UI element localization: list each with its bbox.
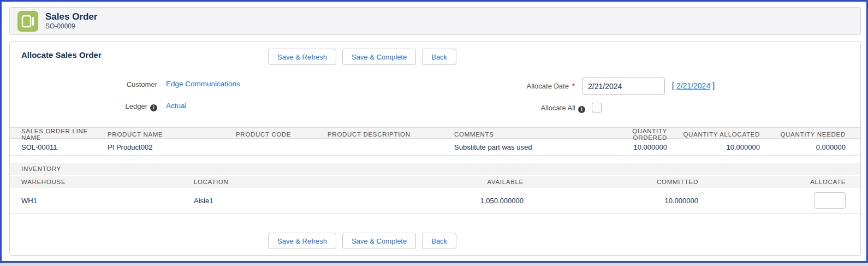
col-quantity-allocated: QUANTITY ALLOCATED xyxy=(667,131,760,138)
ledger-link[interactable]: Actual xyxy=(166,102,187,110)
save-complete-button[interactable]: Save & Complete xyxy=(342,49,416,65)
cell-available: 1,050.000000 xyxy=(343,197,524,205)
col-comments: COMMENTS xyxy=(454,131,601,138)
table-row: SOL-00011 PI Product002 Substitute part … xyxy=(10,139,860,156)
allocate-quantity-input[interactable] xyxy=(814,192,846,209)
object-header: Sales Order SO-00009 xyxy=(9,7,861,35)
allocate-all-label: Allocate All xyxy=(387,104,585,113)
back-button[interactable]: Back xyxy=(422,49,456,65)
col-quantity-needed: QUANTITY NEEDED xyxy=(760,131,846,138)
ledger-label: Ledger xyxy=(10,102,157,111)
back-button[interactable]: Back xyxy=(422,233,456,249)
col-committed: COMMITTED xyxy=(524,179,698,185)
bottom-strip xyxy=(0,263,868,266)
cell-location: Aisle1 xyxy=(194,197,343,205)
cell-quantity-needed: 0.000000 xyxy=(760,143,846,151)
ledger-label-text: Ledger xyxy=(126,102,147,110)
page-title: Sales Order xyxy=(45,11,97,22)
lines-table-header: SALES ORDER LINE NAME PRODUCT NAME PRODU… xyxy=(10,127,860,139)
required-asterisk: * xyxy=(572,82,575,90)
allocate-date-label-text: Allocate Date xyxy=(527,82,569,90)
info-icon[interactable] xyxy=(150,104,157,111)
tablet-glyph xyxy=(17,11,38,32)
date-hint-open-bracket: [ xyxy=(672,81,674,90)
cell-comments: Substitute part was used xyxy=(454,143,601,151)
allocate-all-checkbox[interactable] xyxy=(592,103,602,113)
cell-committed: 10.000000 xyxy=(524,197,698,205)
col-product-code: PRODUCT CODE xyxy=(236,131,328,138)
col-product-name: PRODUCT NAME xyxy=(108,131,236,138)
save-refresh-button[interactable]: Save & Refresh xyxy=(268,233,336,249)
allocate-date-label: Allocate Date* xyxy=(387,82,575,90)
info-icon[interactable] xyxy=(578,106,585,113)
allocate-date-input[interactable] xyxy=(582,78,665,94)
cell-warehouse: WH1 xyxy=(21,197,194,205)
header-text: Sales Order SO-00009 xyxy=(45,11,97,31)
col-location: LOCATION xyxy=(194,179,343,185)
inventory-row: WH1 Aisle1 1,050.000000 10.000000 xyxy=(10,188,860,214)
customer-label: Customer xyxy=(10,80,157,88)
allocate-all-label-text: Allocate All xyxy=(540,104,575,112)
cell-quantity-allocated: 10.000000 xyxy=(667,143,760,151)
cell-product-name: PI Product002 xyxy=(108,143,236,151)
section-title: Allocate Sales Order xyxy=(21,50,102,60)
page-frame: Sales Order SO-00009 Allocate Sales Orde… xyxy=(0,0,868,263)
cell-quantity-ordered: 10.000000 xyxy=(601,143,667,151)
col-product-description: PRODUCT DESCRIPTION xyxy=(328,131,454,138)
col-available: AVAILABLE xyxy=(343,179,524,185)
inventory-section-label: INVENTORY xyxy=(10,163,860,175)
record-number: SO-00009 xyxy=(45,22,97,31)
col-allocate: ALLOCATE xyxy=(698,179,846,185)
top-button-row: Save & Refresh Save & Complete Back xyxy=(268,49,456,65)
customer-link[interactable]: Edge Communications xyxy=(166,80,240,88)
sales-order-icon xyxy=(17,11,38,32)
save-complete-button[interactable]: Save & Complete xyxy=(342,233,416,249)
bottom-button-row: Save & Refresh Save & Complete Back xyxy=(268,233,456,249)
save-refresh-button[interactable]: Save & Refresh xyxy=(268,49,336,65)
date-hint: [2/21/2024] xyxy=(672,81,715,90)
col-warehouse: WAREHOUSE xyxy=(21,179,194,185)
inventory-table-header: WAREHOUSE LOCATION AVAILABLE COMMITTED A… xyxy=(10,176,860,188)
cell-sales-order-line-name: SOL-00011 xyxy=(21,143,108,151)
date-hint-close-bracket: ] xyxy=(712,81,715,90)
date-hint-link[interactable]: 2/21/2024 xyxy=(676,81,710,90)
allocate-card: Allocate Sales Order Save & Refresh Save… xyxy=(9,41,861,256)
